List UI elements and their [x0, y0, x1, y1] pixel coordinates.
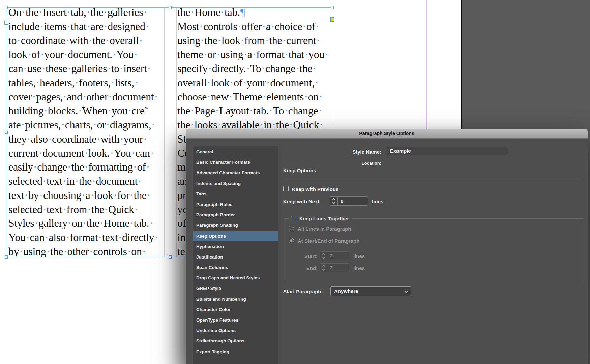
keep-with-next-stepper[interactable]	[330, 196, 338, 206]
frame-handle-bottom-left[interactable]	[5, 255, 8, 259]
text-line[interactable]: overall·look·of·your·document,·	[177, 76, 328, 90]
sidebar-item-general[interactable]: General	[193, 147, 278, 157]
separator	[282, 180, 582, 180]
sidebar-item-basic-character-formats[interactable]: Basic Character Formats	[193, 157, 278, 168]
keep-lines-together-label: Keep Lines Together	[299, 216, 349, 221]
text-line[interactable]: selected·text·in·the·document·	[8, 174, 158, 188]
text-line[interactable]: You·can·also·format·text·directly·	[8, 231, 158, 245]
style-name-label: Style Name:	[327, 149, 381, 155]
sidebar-item-hyphenation[interactable]: Hyphenation	[193, 241, 278, 252]
stepper-down-icon	[322, 268, 325, 270]
location-label: Location:	[327, 161, 381, 166]
sidebar-item-paragraph-shading[interactable]: Paragraph Shading	[193, 220, 278, 231]
sidebar-item-bullets-and-numbering[interactable]: Bullets and Numbering	[193, 294, 278, 304]
sidebar-item-advanced-character-formats[interactable]: Advanced Character Formats	[193, 168, 278, 178]
start-input[interactable]: 2	[327, 251, 349, 260]
text-line[interactable]: ate·pictures,·charts,·or·diagrams,·	[8, 118, 158, 132]
end-unit-label: lines	[353, 265, 365, 271]
text-line[interactable]: specify·directly.·To·change·the·	[177, 62, 328, 76]
text-line[interactable]: can·use·these·galleries·to·insert·	[8, 62, 158, 76]
all-lines-radio[interactable]	[289, 226, 294, 231]
style-name-input[interactable]: Example	[387, 147, 508, 155]
text-line[interactable]: easily·change·the·formatting·of·	[8, 160, 158, 174]
text-line[interactable]: the·Page·Layout·tab.·To·change·	[177, 104, 328, 118]
dialog-title: Paragraph Style Options	[359, 131, 414, 136]
stepper-down-icon[interactable]	[332, 201, 335, 204]
sidebar-item-indents-and-spacing[interactable]: Indents and Spacing	[193, 178, 278, 189]
sidebar-item-justification[interactable]: Justification	[193, 252, 278, 262]
text-line[interactable]: by·using·the·other·controls·on·	[8, 245, 158, 259]
text-line[interactable]: cover·pages,·and·other·document·	[8, 90, 158, 104]
text-line[interactable]: text·by·choosing·a·look·for·the·	[8, 188, 158, 203]
frame-handle-top-left[interactable]	[5, 6, 8, 9]
start-end-radio[interactable]	[289, 238, 294, 243]
sidebar-item-keep-options[interactable]: Keep Options	[193, 231, 278, 241]
chevron-down-icon	[404, 289, 408, 293]
text-line[interactable]: they·also·coordinate·with·your·	[8, 132, 158, 146]
keep-with-previous-label: Keep with Previous	[292, 186, 338, 192]
sidebar-item-character-color[interactable]: Character Color	[193, 304, 278, 315]
frame-handle-middle-left[interactable]	[5, 131, 8, 134]
frame-handle-top-middle[interactable]	[169, 6, 172, 9]
frame-handle-bottom-middle[interactable]	[169, 255, 172, 259]
sidebar-item-underline-options[interactable]: Underline Options	[193, 325, 278, 336]
stepper-down-icon	[322, 256, 325, 259]
end-input[interactable]: 2	[327, 263, 349, 272]
text-line[interactable]: selected·text·from·the·Quick·	[8, 203, 158, 217]
text-line[interactable]: theme·or·using·a·format·that·you·	[177, 48, 328, 62]
sidebar-item-paragraph-border[interactable]: Paragraph Border	[193, 210, 278, 220]
start-stepper[interactable]	[320, 251, 327, 260]
sidebar-item-grep-style[interactable]: GREP Style	[193, 283, 278, 294]
start-paragraph-value: Anywhere	[334, 288, 358, 294]
all-lines-label: All Lines in Paragraph	[298, 226, 351, 232]
text-line[interactable]: building·blocks.·When·you·cre˜	[8, 104, 158, 118]
end-label: End:	[294, 265, 318, 271]
text-line[interactable]: Most·controls·offer·a·choice·of·	[177, 20, 328, 34]
paragraph-style-options-dialog: Paragraph Style Options General Basic Ch…	[186, 129, 588, 364]
column-guide	[176, 7, 177, 257]
text-line[interactable]: to·coordinate·with·the·overall·	[8, 34, 158, 48]
keep-with-next-label: Keep with Next:	[283, 199, 321, 204]
text-line[interactable]: choose·new·Theme·elements·on·	[177, 90, 328, 104]
indesign-workspace: On·the·Insert·tab,·the·galleries· includ…	[0, 0, 590, 364]
text-line[interactable]: look·of·your·document.·You·	[8, 48, 158, 62]
text-line[interactable]: tables,·headers,·footers,·lists,·	[8, 76, 158, 90]
sidebar-item-span-columns[interactable]: Span Columns	[193, 262, 278, 273]
frame-handle-top-right[interactable]	[331, 6, 334, 9]
keep-with-previous-checkbox[interactable]	[283, 186, 289, 191]
stepper-up-icon	[322, 253, 325, 255]
text-line[interactable]: Styles·gallery·on·the·Home·tab.·	[8, 216, 158, 231]
corner-options-widget[interactable]	[330, 17, 334, 22]
sidebar-item-strikethrough-options[interactable]: Strikethrough Options	[193, 336, 278, 346]
end-stepper[interactable]	[320, 263, 327, 272]
sidebar-item-paragraph-rules[interactable]: Paragraph Rules	[193, 199, 278, 210]
sidebar-item-opentype-features[interactable]: OpenType Features	[193, 315, 278, 325]
text-line[interactable]: current·document·look.·You·can·	[8, 146, 158, 160]
keep-lines-together-legend: Keep Lines Together	[289, 216, 352, 221]
column-guide	[164, 7, 165, 257]
text-frame-in-port[interactable]	[4, 21, 8, 25]
keep-with-next-unit-label: lines	[372, 199, 383, 204]
text-line[interactable]: the·Home·tab.¶	[177, 5, 328, 20]
start-unit-label: lines	[353, 253, 365, 259]
dialog-title-bar[interactable]: Paragraph Style Options	[186, 129, 588, 139]
text-line[interactable]: On·the·Insert·tab,·the·galleries·	[8, 5, 158, 20]
keep-lines-together-group: Keep Lines Together All Lines in Paragra…	[284, 218, 583, 282]
sidebar-item-tabs[interactable]: Tabs	[193, 189, 278, 199]
sidebar-item-drop-caps-and-nested-styles[interactable]: Drop Caps and Nested Styles	[193, 273, 278, 283]
start-label: Start:	[294, 253, 318, 259]
stepper-up-icon	[322, 265, 325, 267]
text-column-1[interactable]: On·the·Insert·tab,·the·galleries· includ…	[8, 5, 158, 259]
dialog-sidebar: General Basic Character Formats Advanced…	[193, 146, 278, 364]
keep-lines-together-checkbox[interactable]	[291, 216, 296, 221]
start-paragraph-label: Start Paragraph:	[283, 289, 323, 294]
sidebar-item-export-tagging[interactable]: Export Tagging	[193, 346, 278, 357]
text-line[interactable]: using·the·look·from·the·current·	[177, 34, 328, 48]
stepper-up-icon[interactable]	[332, 198, 335, 201]
start-paragraph-dropdown[interactable]: Anywhere	[330, 286, 411, 296]
keep-with-next-input[interactable]: 0	[338, 196, 368, 206]
section-heading: Keep Options	[283, 168, 316, 173]
text-line[interactable]: include·items·that·are·designed·	[8, 20, 158, 34]
start-end-label: At Start/End of Paragraph	[298, 238, 359, 244]
